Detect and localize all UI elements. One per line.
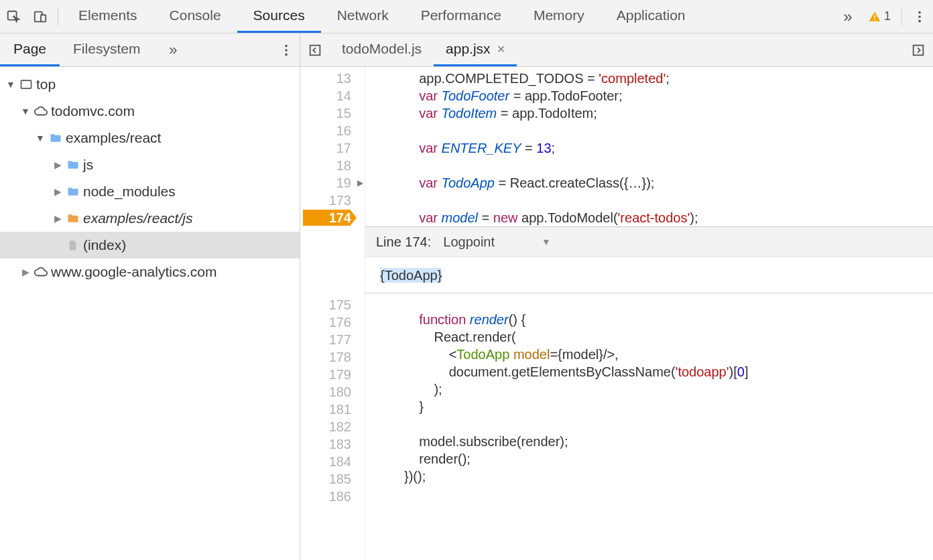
line-number[interactable]: 17 (300, 139, 351, 157)
svg-rect-11 (21, 80, 32, 88)
code-line[interactable]: document.getElementsByClassName('todoapp… (365, 363, 933, 380)
toggle-device-toolbar-icon[interactable] (27, 0, 54, 33)
panel-tab-performance[interactable]: Performance (405, 0, 517, 33)
panel-tab-console[interactable]: Console (153, 0, 237, 33)
line-number[interactable]: 178 (300, 348, 351, 366)
code-line[interactable] (365, 485, 933, 502)
more-nav-tabs-icon[interactable]: » (163, 33, 183, 66)
line-number[interactable]: 186 (300, 488, 351, 505)
svg-rect-12 (310, 45, 320, 55)
line-number[interactable]: 179 (300, 366, 351, 383)
editor-tabs: todoModel.jsapp.jsx× (300, 33, 933, 67)
panel-tab-elements[interactable]: Elements (62, 0, 153, 33)
tree-label: examples/react/js (82, 210, 192, 226)
code-line[interactable]: var TodoFooter = app.TodoFooter; (365, 87, 933, 104)
line-gutter[interactable]: 13141516171819▶1731741751761771781791801… (300, 67, 365, 560)
code-line[interactable] (365, 192, 933, 209)
logpoint-expression-input[interactable]: {TodoApp} (376, 265, 446, 286)
tree-label: todomvc.com (50, 103, 135, 119)
inspect-element-icon[interactable] (0, 0, 27, 33)
code-line[interactable] (365, 122, 933, 139)
line-number[interactable]: 19▶ (300, 174, 351, 192)
panel-tab-sources[interactable]: Sources (237, 0, 321, 33)
close-icon[interactable]: × (497, 42, 505, 57)
editor-panel: todoModel.jsapp.jsx× 13141516171819▶1731… (300, 33, 933, 560)
warnings-badge[interactable]: 1 (861, 0, 897, 33)
code-line[interactable]: } (365, 398, 933, 415)
file-tab[interactable]: app.jsx× (434, 33, 517, 66)
tree-row-domain[interactable]: ▼ todomvc.com (0, 98, 300, 125)
line-number[interactable]: 182 (300, 418, 351, 435)
dropdown-label: Logpoint (443, 233, 495, 251)
tree-row-folder[interactable]: ▶ node_modules (0, 178, 300, 205)
line-number[interactable]: 15 (300, 104, 351, 122)
main-split: PageFilesystem » ▼ top ▼ todomvc.com ▼ e… (0, 33, 933, 560)
line-number[interactable]: 16 (300, 122, 351, 139)
code-line[interactable] (365, 293, 933, 311)
panel-tab-application[interactable]: Application (601, 0, 702, 33)
code-line[interactable]: <TodoApp model={model}/>, (365, 346, 933, 363)
line-number[interactable]: 183 (300, 435, 351, 453)
cloud-icon (32, 265, 50, 279)
line-number[interactable]: 181 (300, 401, 351, 418)
line-number[interactable]: 176 (300, 313, 351, 331)
file-tree[interactable]: ▼ top ▼ todomvc.com ▼ examples/react ▶ j… (0, 67, 300, 560)
code-line[interactable]: ); (365, 380, 933, 398)
nav-tab-page[interactable]: Page (0, 33, 60, 66)
file-tab[interactable]: todoModel.js (330, 33, 434, 66)
code-editor[interactable]: 13141516171819▶1731741751761771781791801… (300, 67, 933, 560)
logpoint-editor: Line 174:Logpoint▼{TodoApp} (365, 226, 933, 293)
tree-row-top[interactable]: ▼ top (0, 71, 300, 98)
warning-count: 1 (884, 9, 891, 23)
panel-tab-network[interactable]: Network (321, 0, 405, 33)
line-number[interactable]: 184 (300, 453, 351, 470)
code-line[interactable]: var TodoApp = React.createClass({…}); (365, 174, 933, 192)
line-number[interactable]: 185 (300, 470, 351, 488)
tree-row-folder[interactable]: ▼ examples/react (0, 125, 300, 151)
code-line[interactable]: React.render( (365, 328, 933, 346)
kebab-menu-icon[interactable] (906, 0, 933, 33)
code-line[interactable]: var model = new app.TodoModel('react-tod… (365, 209, 933, 226)
file-tab-label: app.jsx (446, 41, 491, 57)
more-tabs-icon[interactable]: » (834, 0, 861, 33)
line-number[interactable]: 18 (300, 157, 351, 174)
line-number[interactable]: 177 (300, 331, 351, 348)
line-number[interactable]: 13 (300, 70, 351, 87)
code-line[interactable]: function render() { (365, 311, 933, 328)
nav-tab-filesystem[interactable]: Filesystem (60, 33, 153, 66)
code-line[interactable] (365, 157, 933, 174)
code-area[interactable]: app.COMPLETED_TODOS = 'completed'; var T… (365, 67, 933, 560)
tree-row-file[interactable]: (index) (0, 232, 300, 259)
code-line[interactable]: var ENTER_KEY = 13; (365, 139, 933, 157)
tree-row-folder[interactable]: ▶ examples/react/js (0, 205, 300, 232)
panel-tab-memory[interactable]: Memory (517, 0, 601, 33)
code-line[interactable]: model.subscribe(render); (365, 433, 933, 450)
code-line[interactable]: var TodoItem = app.TodoItem; (365, 104, 933, 122)
svg-rect-13 (914, 45, 924, 55)
file-nav-icon[interactable] (300, 33, 330, 66)
svg-point-5 (918, 11, 921, 13)
tree-label: js (82, 157, 93, 173)
toggle-debugger-icon[interactable] (904, 33, 933, 66)
tree-label: node_modules (82, 184, 176, 200)
tree-row-domain[interactable]: ▶ www.google-analytics.com (0, 259, 300, 285)
file-icon (64, 238, 82, 252)
navigator-menu-icon[interactable] (273, 33, 300, 66)
breakpoint-marker[interactable]: 174 (300, 209, 351, 226)
svg-point-9 (285, 49, 288, 52)
frame-icon (17, 78, 35, 91)
line-number[interactable]: 180 (300, 383, 351, 401)
folder-icon (47, 131, 64, 145)
line-number[interactable]: 173 (300, 192, 351, 209)
breakpoint-type-dropdown[interactable]: Logpoint▼ (443, 233, 551, 251)
code-line[interactable]: })(); (365, 468, 933, 485)
svg-point-6 (918, 15, 921, 18)
line-number[interactable]: 14 (300, 87, 351, 104)
code-line[interactable]: render(); (365, 450, 933, 468)
code-line[interactable] (365, 415, 933, 433)
tree-row-folder[interactable]: ▶ js (0, 151, 300, 178)
file-tab-label: todoModel.js (342, 41, 422, 57)
line-number[interactable]: 175 (300, 296, 351, 313)
fold-icon[interactable]: ▶ (357, 174, 363, 192)
code-line[interactable]: app.COMPLETED_TODOS = 'completed'; (365, 70, 933, 87)
